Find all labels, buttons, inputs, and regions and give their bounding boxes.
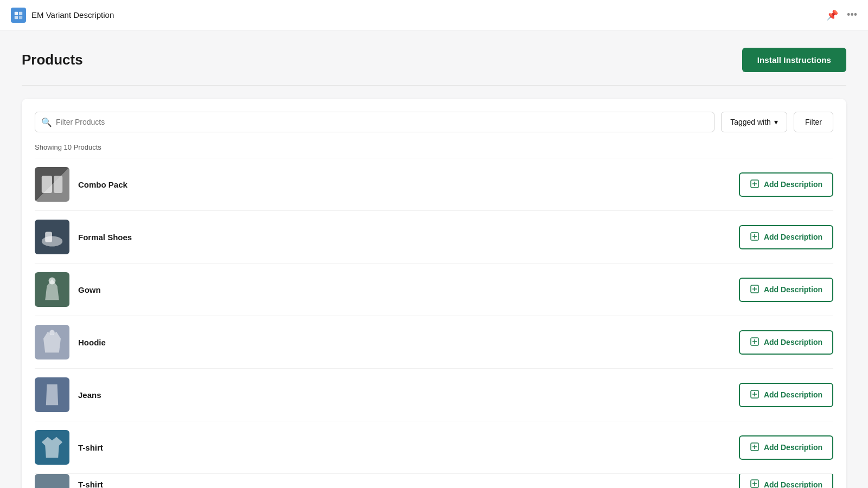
product-thumbnail — [35, 325, 69, 359]
add-description-button[interactable]: Add Description — [739, 435, 833, 460]
svg-rect-3 — [19, 15, 22, 18]
product-thumbnail — [35, 377, 69, 412]
chevron-down-icon: ▾ — [774, 118, 778, 126]
product-name: Combo Pack — [78, 180, 127, 189]
svg-rect-2 — [15, 15, 18, 18]
svg-rect-4 — [42, 176, 52, 193]
more-options-icon[interactable]: ••• — [847, 9, 857, 21]
topbar-left: EM Variant Description — [11, 8, 114, 23]
add-desc-icon — [750, 479, 760, 488]
main-content: Products Install Instructions 🔍 Tagged w… — [0, 30, 868, 488]
app-icon — [11, 8, 26, 23]
svg-point-14 — [49, 278, 56, 285]
product-name: T-shirt — [78, 480, 103, 488]
product-name: Gown — [78, 285, 101, 294]
header-divider — [22, 85, 846, 86]
table-row: Combo Pack Add Description — [35, 158, 833, 210]
product-thumbnail — [35, 272, 69, 307]
svg-point-18 — [49, 330, 55, 336]
page-title: Products — [22, 52, 83, 68]
product-name: Hoodie — [78, 338, 106, 347]
topbar-title: EM Variant Description — [31, 10, 114, 20]
pin-icon[interactable]: 📌 — [826, 9, 838, 21]
add-desc-icon — [750, 232, 760, 243]
product-name: Formal Shoes — [78, 233, 132, 242]
product-info: Gown — [35, 272, 101, 307]
add-description-button[interactable]: Add Description — [739, 172, 833, 197]
product-info: T-shirt — [35, 474, 103, 489]
add-description-button[interactable]: Add Description — [739, 225, 833, 249]
product-name: Jeans — [78, 390, 101, 400]
topbar-actions: 📌 ••• — [826, 9, 857, 21]
filter-row: 🔍 Tagged with ▾ Filter — [35, 112, 833, 132]
add-description-button[interactable]: Add Description — [739, 473, 833, 488]
product-info: Formal Shoes — [35, 220, 132, 254]
table-row: T-shirt Add Description — [35, 473, 833, 488]
svg-rect-1 — [19, 11, 22, 15]
product-name: T-shirt — [78, 443, 103, 452]
add-description-button[interactable]: Add Description — [739, 383, 833, 407]
table-row: Gown Add Description — [35, 263, 833, 316]
filter-button[interactable]: Filter — [794, 112, 833, 132]
product-thumbnail — [35, 474, 69, 489]
product-info: Jeans — [35, 377, 101, 412]
product-info: T-shirt — [35, 430, 103, 465]
product-list: Combo Pack Add Description — [35, 158, 833, 488]
add-desc-icon — [750, 284, 760, 296]
install-instructions-button[interactable]: Install Instructions — [742, 48, 846, 72]
add-desc-icon — [750, 442, 760, 453]
product-info: Hoodie — [35, 325, 106, 359]
tagged-with-button[interactable]: Tagged with ▾ — [721, 112, 787, 132]
search-input[interactable] — [35, 112, 714, 132]
svg-rect-5 — [54, 176, 62, 193]
product-thumbnail — [35, 220, 69, 254]
svg-rect-0 — [15, 11, 18, 15]
showing-count: Showing 10 Products — [35, 143, 833, 151]
add-description-button[interactable]: Add Description — [739, 330, 833, 355]
svg-rect-10 — [45, 232, 52, 242]
search-wrapper: 🔍 — [35, 112, 714, 132]
table-row: Jeans Add Description — [35, 368, 833, 421]
product-thumbnail — [35, 430, 69, 465]
table-row: Hoodie Add Description — [35, 316, 833, 368]
add-desc-icon — [750, 389, 760, 401]
product-thumbnail — [35, 167, 69, 202]
tagged-with-label: Tagged with — [730, 118, 771, 126]
add-desc-icon — [750, 337, 760, 348]
add-description-button[interactable]: Add Description — [739, 278, 833, 302]
table-row: Formal Shoes Add Description — [35, 210, 833, 263]
add-desc-icon — [750, 179, 760, 190]
products-card: 🔍 Tagged with ▾ Filter Showing 10 Produc… — [22, 99, 846, 488]
topbar: EM Variant Description 📌 ••• — [0, 0, 868, 30]
table-row: T-shirt Add Description — [35, 421, 833, 473]
product-info: Combo Pack — [35, 167, 127, 202]
page-header: Products Install Instructions — [22, 48, 846, 72]
